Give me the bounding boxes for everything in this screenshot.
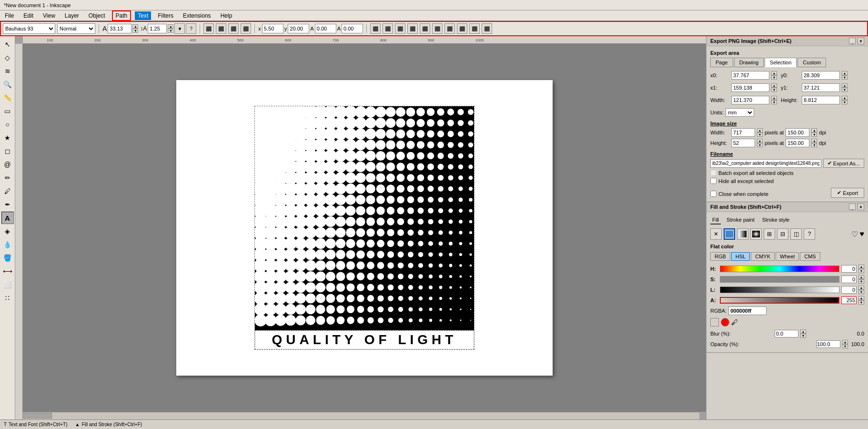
- ellipse-tool[interactable]: ○: [1, 118, 14, 131]
- text-font-status[interactable]: T Text and Font (Shift+Ctrl+T): [4, 422, 68, 427]
- text-tool[interactable]: A: [1, 212, 14, 224]
- menu-extensions[interactable]: Extensions: [180, 11, 214, 20]
- paint-bucket-tool[interactable]: 🪣: [1, 252, 14, 264]
- fill-stroke-panel-minimize[interactable]: _: [849, 204, 856, 210]
- spiral-tool[interactable]: @: [1, 158, 14, 171]
- light-spinner[interactable]: ▲ ▼: [858, 286, 864, 294]
- img-height-input[interactable]: [731, 139, 755, 147]
- menu-layer[interactable]: Layer: [62, 11, 82, 20]
- font-size-input[interactable]: [108, 24, 131, 33]
- y0-input[interactable]: [802, 71, 840, 80]
- menu-view[interactable]: View: [40, 11, 58, 20]
- dpi-spinner2[interactable]: ▲ ▼: [811, 139, 817, 147]
- tool-btn-10[interactable]: ⬛: [482, 23, 492, 34]
- dpi-input1[interactable]: [786, 128, 809, 137]
- no-paint-btn[interactable]: ✕: [710, 228, 722, 240]
- menu-text[interactable]: Text: [135, 11, 151, 20]
- rect-tool[interactable]: ▭: [1, 105, 14, 117]
- cms-tab[interactable]: CMS: [800, 252, 820, 261]
- connector-tool[interactable]: ⟷: [1, 265, 14, 277]
- blur-input[interactable]: [775, 330, 798, 337]
- y-input[interactable]: [288, 24, 309, 33]
- align-justify-btn[interactable]: ⬛: [241, 23, 251, 34]
- select-tool[interactable]: ↖: [1, 38, 14, 51]
- calligraphy-tool[interactable]: ✒: [1, 198, 14, 211]
- menu-help[interactable]: Help: [218, 11, 235, 20]
- batch-export-checkbox[interactable]: [710, 170, 717, 176]
- cmyk-tab[interactable]: CMYK: [751, 252, 775, 261]
- x1-input[interactable]: [731, 83, 769, 92]
- swatch-btn[interactable]: ◫: [790, 228, 802, 240]
- align-center-btn[interactable]: ⬛: [216, 23, 226, 34]
- menu-file[interactable]: File: [2, 11, 17, 20]
- close-when-checkbox[interactable]: [710, 191, 717, 197]
- tool-btn-2[interactable]: ⬛: [383, 23, 393, 34]
- a-input[interactable]: [315, 24, 336, 33]
- tool-btn-6[interactable]: ⬛: [432, 23, 443, 34]
- export-as-button[interactable]: ✔ Export As...: [823, 159, 864, 168]
- opacity-spinner[interactable]: ▲ ▼: [842, 340, 848, 348]
- line-height-input[interactable]: [148, 24, 167, 33]
- img-height-spinner[interactable]: ▲ ▼: [757, 139, 763, 147]
- font-family-select[interactable]: Bauhaus 93: [3, 23, 55, 34]
- fill-stroke-panel-close[interactable]: ×: [858, 204, 864, 210]
- alpha-slider[interactable]: [720, 297, 839, 304]
- export-button[interactable]: ✔ Export: [831, 188, 864, 198]
- line-height-up[interactable]: ▲: [168, 24, 173, 29]
- export-panel-close[interactable]: ×: [858, 38, 864, 44]
- line-height-spinner[interactable]: ▲ ▼: [168, 24, 173, 33]
- eyedropper-icon[interactable]: 🖋: [731, 318, 738, 326]
- alpha-value[interactable]: [841, 296, 857, 304]
- measure-tool[interactable]: 📏: [1, 92, 14, 104]
- help-btn[interactable]: ?: [186, 23, 196, 34]
- sat-slider[interactable]: [720, 276, 839, 283]
- font-size-down[interactable]: ▼: [132, 29, 138, 33]
- hue-spinner[interactable]: ▲ ▼: [858, 265, 864, 273]
- gradient-tool[interactable]: ◈: [1, 225, 14, 237]
- menu-object[interactable]: Object: [86, 11, 108, 20]
- hsl-tab[interactable]: HSL: [731, 252, 750, 261]
- heart-icon[interactable]: ♡: [851, 230, 858, 239]
- sat-spinner[interactable]: ▲ ▼: [858, 275, 864, 284]
- dpi-spinner1[interactable]: ▲ ▼: [811, 128, 817, 137]
- hue-slider[interactable]: [720, 266, 839, 272]
- pattern-btn[interactable]: ⊟: [777, 228, 788, 240]
- node-tool[interactable]: ◇: [1, 51, 14, 64]
- rgb-tab[interactable]: RGB: [710, 252, 730, 261]
- tool-btn-8[interactable]: ⬛: [457, 23, 467, 34]
- x0-input[interactable]: [731, 71, 769, 80]
- unknown-btn[interactable]: ?: [804, 228, 815, 240]
- dpi-input2[interactable]: [786, 139, 809, 147]
- a2-input[interactable]: [342, 24, 363, 33]
- eraser-tool[interactable]: ⬜: [1, 278, 14, 291]
- width-input[interactable]: [731, 96, 769, 104]
- x0-spinner[interactable]: ▲ ▼: [771, 71, 777, 80]
- tweak-tool[interactable]: ≋: [1, 65, 14, 77]
- zoom-tool[interactable]: 🔍: [1, 78, 14, 91]
- export-tab-page[interactable]: Page: [710, 58, 733, 67]
- export-tab-custom[interactable]: Custom: [797, 58, 826, 67]
- stroke-paint-tab[interactable]: Stroke paint: [725, 216, 757, 225]
- wheel-tab[interactable]: Wheel: [776, 252, 799, 261]
- x1-spinner[interactable]: ▲ ▼: [771, 83, 777, 92]
- font-style-select[interactable]: Normal: [57, 23, 95, 34]
- blur-spinner[interactable]: ▲ ▼: [800, 329, 806, 338]
- x-input[interactable]: [262, 24, 283, 33]
- light-value[interactable]: [841, 286, 857, 294]
- light-slider[interactable]: [720, 286, 839, 293]
- rgba-input[interactable]: [728, 306, 767, 315]
- star-tool[interactable]: ★: [1, 132, 14, 144]
- mesh-gradient-btn[interactable]: ⊞: [764, 228, 775, 240]
- tool-btn-3[interactable]: ⬛: [395, 23, 405, 34]
- menu-filters[interactable]: Filters: [155, 11, 176, 20]
- menu-path[interactable]: Path: [112, 10, 131, 21]
- dropper-tool[interactable]: 💧: [1, 238, 14, 251]
- tool-btn-5[interactable]: ⬛: [420, 23, 430, 34]
- hide-except-checkbox[interactable]: [710, 178, 717, 184]
- edit-icon[interactable]: ♥: [860, 230, 865, 239]
- tool-btn-1[interactable]: ⬛: [370, 23, 381, 34]
- tool-btn-9[interactable]: ⬛: [469, 23, 480, 34]
- menu-edit[interactable]: Edit: [20, 11, 36, 20]
- color-circle-btn[interactable]: [721, 318, 729, 327]
- spray-tool[interactable]: ∷: [1, 292, 14, 304]
